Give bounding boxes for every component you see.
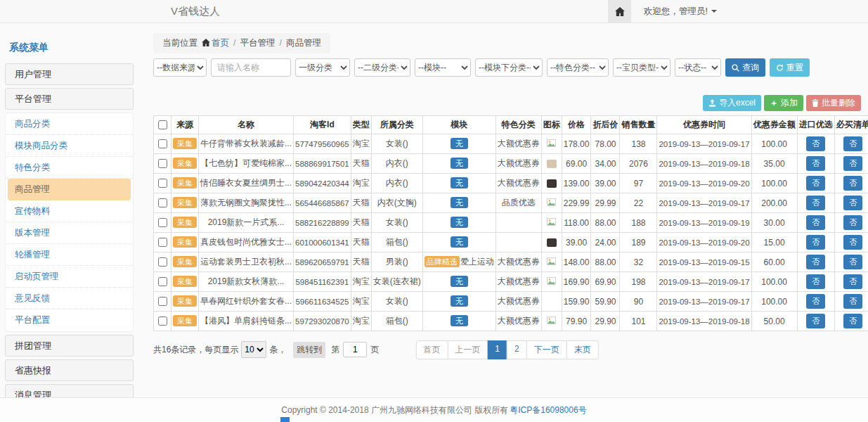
bulk-delete-button[interactable]: 批量删除 [806, 95, 861, 111]
module-badge[interactable]: 无 [451, 236, 468, 248]
filter-select[interactable]: --模块-- [415, 58, 471, 77]
row-checkbox[interactable] [158, 316, 167, 326]
import-choice-toggle[interactable]: 否 [806, 314, 825, 328]
filter-select[interactable]: --特色分类-- [547, 58, 609, 77]
discount-price: 29.90 [591, 312, 620, 331]
source-badge: 采集 [173, 295, 197, 307]
table-row: 采集 薄款无钢圈文胸聚拢性... 565446685867 天猫 内衣(文胸) … [154, 193, 868, 213]
row-checkbox[interactable] [158, 179, 167, 188]
must-buy-toggle[interactable]: 否 [843, 136, 862, 151]
sidebar-group-platform[interactable]: 平台管理 [5, 88, 134, 110]
row-checkbox[interactable] [158, 238, 167, 247]
import-choice-toggle[interactable]: 否 [806, 274, 825, 289]
module-badge[interactable]: 品牌精选 [425, 256, 460, 267]
source-badge: 采集 [173, 138, 197, 149]
product-type: 淘宝 [351, 312, 371, 331]
select-all-checkbox[interactable] [158, 120, 167, 129]
import-choice-toggle[interactable]: 否 [806, 255, 825, 269]
row-checkbox[interactable] [158, 218, 167, 227]
import-choice-toggle[interactable]: 否 [806, 215, 825, 230]
module-badge[interactable]: 无 [451, 217, 468, 228]
product-type: 天猫 [351, 252, 371, 272]
name-search-input[interactable] [211, 58, 291, 77]
import-excel-button[interactable]: 导入excel [703, 95, 761, 111]
row-checkbox[interactable] [158, 198, 167, 207]
sidebar-group-users[interactable]: 用户管理 [5, 63, 134, 85]
filter-select[interactable]: --模块下分类-- [475, 58, 543, 77]
must-buy-toggle[interactable]: 否 [843, 274, 862, 289]
reset-button[interactable]: 重置 [770, 58, 810, 77]
row-checkbox[interactable] [158, 297, 167, 306]
sidebar-item[interactable]: 意见反馈 [6, 288, 133, 309]
import-choice-toggle[interactable]: 否 [806, 294, 825, 309]
module-badge[interactable]: 无 [451, 276, 468, 287]
import-choice-toggle[interactable]: 否 [806, 235, 825, 250]
sidebar-item[interactable]: 启动页管理 [6, 266, 133, 288]
import-choice-toggle[interactable]: 否 [806, 176, 825, 191]
module-badge[interactable]: 无 [451, 177, 468, 188]
search-button[interactable]: 查询 [725, 58, 765, 77]
must-buy-toggle[interactable]: 否 [843, 255, 862, 269]
row-checkbox[interactable] [158, 277, 167, 286]
module-text: 爱上运动 [460, 257, 494, 267]
filter-select[interactable]: --二级分类-- [354, 58, 410, 77]
page-button[interactable]: 末页 [566, 340, 599, 359]
icon-cell [541, 252, 562, 272]
breadcrumb-label: 当前位置 [162, 38, 197, 48]
user-menu[interactable]: 欢迎您，管理员! [644, 6, 717, 18]
discount-price: 24.00 [591, 233, 620, 252]
page-number-input[interactable] [343, 342, 367, 357]
filter-select[interactable]: --状态-- [675, 58, 721, 77]
breadcrumb-home-link[interactable]: 首页 [212, 38, 229, 48]
sidebar-item[interactable]: 轮播管理 [6, 244, 133, 266]
image-placeholder-icon [547, 218, 556, 228]
product-type: 天猫 [351, 154, 371, 174]
add-button[interactable]: ＋ 添加 [764, 95, 803, 111]
page-size-select[interactable]: 10 [241, 341, 266, 358]
product-name: 2019新款女秋薄款... [199, 272, 294, 292]
image-placeholder-icon [547, 316, 556, 326]
module-badge[interactable]: 无 [451, 138, 468, 149]
module-badge[interactable]: 无 [451, 295, 468, 307]
icp-link[interactable]: 粤ICP备16098006号 [510, 404, 586, 416]
sidebar: 系统菜单 用户管理 平台管理 商品分类模块商品分类特色分类商品管理宣传物料版本管… [5, 37, 134, 422]
chevron-down-icon [711, 10, 717, 13]
sidebar-item[interactable]: 宣传物料 [6, 200, 133, 222]
import-choice-toggle[interactable]: 否 [806, 156, 825, 171]
must-buy-toggle[interactable]: 否 [843, 215, 862, 230]
import-choice-toggle[interactable]: 否 [806, 196, 825, 210]
filter-select[interactable]: --宝贝类型-- [613, 58, 671, 77]
must-buy-toggle[interactable]: 否 [843, 156, 862, 171]
page-button[interactable]: 下一页 [526, 340, 567, 359]
sidebar-group[interactable]: 拼团管理 [5, 335, 134, 357]
sidebar-item[interactable]: 平台配置 [6, 309, 133, 331]
row-checkbox[interactable] [158, 159, 167, 168]
page-button[interactable]: 2 [507, 340, 527, 359]
welcome-text: 欢迎您，管理员! [644, 6, 708, 16]
sidebar-item[interactable]: 版本管理 [6, 222, 133, 244]
must-buy-toggle[interactable]: 否 [843, 196, 862, 210]
module-badge[interactable]: 无 [451, 197, 468, 208]
sidebar-group[interactable]: 省惠快报 [5, 359, 134, 381]
sidebar-item[interactable]: 商品分类 [6, 113, 133, 135]
discount-price: 69.90 [591, 272, 620, 292]
must-buy-toggle[interactable]: 否 [843, 294, 862, 309]
page-current[interactable]: 1 [487, 340, 507, 359]
must-buy-toggle[interactable]: 否 [843, 314, 862, 328]
page-button[interactable]: 首页 [415, 340, 448, 359]
row-checkbox[interactable] [158, 139, 167, 148]
filter-select[interactable]: 一级分类 [295, 58, 350, 77]
must-buy-toggle[interactable]: 否 [843, 176, 862, 191]
sidebar-item[interactable]: 模块商品分类 [6, 135, 133, 157]
row-checkbox[interactable] [158, 257, 167, 267]
page-button[interactable]: 上一页 [447, 340, 488, 359]
module-badge[interactable]: 无 [451, 315, 468, 326]
sidebar-item[interactable]: 商品管理 [8, 179, 131, 200]
jump-button[interactable]: 跳转到 [293, 342, 325, 358]
module-badge[interactable]: 无 [451, 158, 468, 169]
import-choice-toggle[interactable]: 否 [806, 136, 825, 151]
home-button[interactable] [608, 0, 631, 23]
filter-select[interactable]: --数据来源-- [153, 58, 207, 77]
sidebar-item[interactable]: 特色分类 [6, 157, 133, 179]
must-buy-toggle[interactable]: 否 [843, 235, 862, 250]
